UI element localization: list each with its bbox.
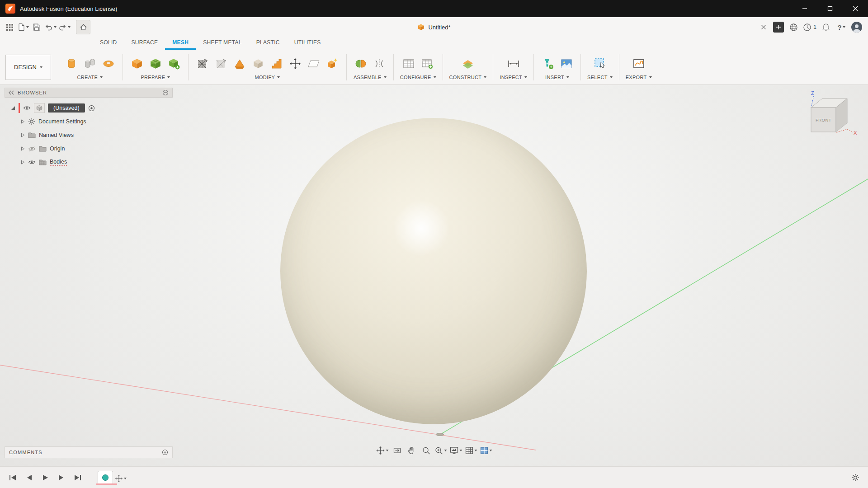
job-status-button[interactable] bbox=[788, 21, 799, 33]
maximize-button[interactable] bbox=[817, 0, 843, 17]
insert-fastener-button[interactable] bbox=[540, 55, 556, 72]
construct-menu[interactable]: CONSTRUCT bbox=[449, 75, 487, 80]
timeline-step-forward-button[interactable] bbox=[55, 471, 68, 484]
remesh-button[interactable] bbox=[195, 55, 210, 72]
export-menu[interactable]: EXPORT bbox=[626, 75, 652, 80]
timeline-go-to-end-button[interactable] bbox=[71, 471, 84, 484]
tab-plastic[interactable]: PLASTIC bbox=[249, 37, 287, 50]
generate-face-groups-button[interactable] bbox=[129, 55, 145, 72]
mirror-button[interactable] bbox=[372, 55, 387, 72]
tab-solid[interactable]: SOLID bbox=[93, 37, 124, 50]
export-button[interactable] bbox=[631, 55, 646, 72]
inspect-menu[interactable]: INSPECT bbox=[500, 75, 527, 80]
auto-repair-button[interactable] bbox=[325, 55, 340, 72]
redo-button[interactable] bbox=[58, 21, 71, 33]
timeline-position-marker[interactable] bbox=[96, 483, 117, 485]
collapse-all-icon[interactable] bbox=[162, 89, 169, 96]
timeline-move-handle[interactable] bbox=[115, 473, 127, 484]
new-tab-button[interactable] bbox=[773, 22, 784, 33]
expander-collapsed-icon[interactable] bbox=[21, 146, 25, 151]
expander-collapsed-icon[interactable] bbox=[21, 160, 25, 164]
combine-button[interactable] bbox=[232, 55, 247, 72]
prepare-menu[interactable]: PREPARE bbox=[141, 75, 170, 80]
viewports-button[interactable] bbox=[480, 445, 492, 456]
close-window-button[interactable] bbox=[843, 0, 868, 17]
insert-menu[interactable]: INSERT bbox=[545, 75, 569, 80]
timeline-track[interactable] bbox=[98, 471, 127, 484]
configure-menu[interactable]: CONFIGURE bbox=[400, 75, 436, 80]
convert-mesh-button[interactable] bbox=[148, 55, 163, 72]
timeline-go-to-start-button[interactable] bbox=[6, 471, 19, 484]
select-tool-button[interactable] bbox=[592, 55, 608, 72]
tab-utilities[interactable]: UTILITIES bbox=[287, 37, 328, 50]
look-at-button[interactable] bbox=[392, 445, 403, 456]
tab-sheet-metal[interactable]: SHEET METAL bbox=[196, 37, 249, 50]
new-component-button[interactable] bbox=[353, 55, 368, 72]
viewcube[interactable]: Z FRONT X bbox=[793, 88, 861, 144]
expander-collapsed-icon[interactable] bbox=[21, 133, 25, 137]
modify-menu[interactable]: MODIFY bbox=[255, 75, 280, 80]
visibility-eye-icon[interactable] bbox=[28, 160, 36, 165]
minimize-button[interactable] bbox=[792, 0, 817, 17]
timeline-step-back-button[interactable] bbox=[23, 471, 35, 484]
measure-button[interactable] bbox=[506, 55, 521, 72]
tab-mesh[interactable]: MESH bbox=[165, 37, 196, 50]
browser-item-unsaved[interactable]: (Unsaved) bbox=[5, 101, 173, 115]
app-grid-menu-button[interactable] bbox=[4, 21, 15, 33]
activate-component-icon[interactable] bbox=[88, 105, 95, 112]
create-menu[interactable]: CREATE bbox=[77, 75, 103, 80]
pan-button[interactable] bbox=[406, 445, 418, 456]
comments-panel[interactable]: COMMENTS bbox=[5, 446, 173, 458]
assemble-menu[interactable]: ASSEMBLE bbox=[354, 75, 387, 80]
undo-button[interactable] bbox=[44, 21, 57, 33]
browser-item-bodies[interactable]: Bodies bbox=[5, 155, 173, 169]
timeline-play-button[interactable] bbox=[39, 471, 52, 484]
close-tab-button[interactable] bbox=[758, 21, 769, 33]
visibility-off-eye-icon[interactable] bbox=[28, 146, 36, 152]
zoom-button[interactable] bbox=[420, 445, 432, 456]
save-button[interactable] bbox=[31, 21, 42, 33]
construction-plane-button[interactable] bbox=[460, 55, 476, 72]
viewport-canvas[interactable]: Z FRONT X BROWSER bbox=[0, 85, 868, 466]
add-configuration-button[interactable] bbox=[420, 55, 435, 72]
expander-collapsed-icon[interactable] bbox=[21, 119, 25, 124]
browser-item-document-settings[interactable]: Document Settings bbox=[5, 115, 173, 128]
smooth-button[interactable] bbox=[250, 55, 266, 72]
timeline-settings-button[interactable] bbox=[849, 471, 862, 484]
select-menu[interactable]: SELECT bbox=[587, 75, 613, 80]
file-menu-button[interactable] bbox=[17, 21, 29, 33]
move-copy-button[interactable] bbox=[288, 55, 303, 72]
insert-mesh-button[interactable] bbox=[64, 55, 79, 72]
tab-surface[interactable]: SURFACE bbox=[124, 37, 165, 50]
account-button[interactable] bbox=[851, 21, 863, 33]
browser-item-origin[interactable]: Origin bbox=[5, 142, 173, 155]
collapse-panel-icon[interactable] bbox=[9, 90, 14, 95]
reduce-button[interactable] bbox=[213, 55, 229, 72]
orbit-button[interactable] bbox=[376, 445, 389, 456]
help-button[interactable]: ? bbox=[835, 21, 847, 33]
configuration-table-button[interactable] bbox=[401, 55, 416, 72]
expander-expanded-icon[interactable] bbox=[11, 106, 15, 110]
add-comment-icon[interactable] bbox=[162, 449, 168, 455]
mesh-body-sphere[interactable] bbox=[280, 118, 587, 424]
activity-history-button[interactable]: 1 bbox=[803, 21, 816, 33]
browser-item-named-views[interactable]: Named Views bbox=[5, 128, 173, 142]
document-tab[interactable]: Untitled* bbox=[413, 20, 455, 34]
browser-header[interactable]: BROWSER bbox=[5, 88, 173, 98]
erase-fill-button[interactable] bbox=[269, 55, 284, 72]
timeline-feature-mesh-body[interactable] bbox=[98, 471, 113, 484]
insert-canvas-button[interactable] bbox=[559, 55, 574, 72]
skip-start-icon bbox=[9, 474, 17, 481]
home-view-button[interactable] bbox=[76, 20, 90, 34]
create-primitive-button[interactable] bbox=[82, 55, 98, 72]
display-settings-button[interactable] bbox=[450, 445, 462, 456]
workspace-switcher[interactable]: DESIGN bbox=[5, 55, 51, 80]
window-title: Autodesk Fusion (Education License) bbox=[20, 5, 117, 12]
notifications-button[interactable] bbox=[820, 21, 832, 33]
create-torus-button[interactable] bbox=[101, 55, 116, 72]
grid-settings-button[interactable] bbox=[465, 445, 477, 456]
zoom-window-button[interactable] bbox=[435, 445, 447, 456]
plane-cut-button[interactable] bbox=[306, 55, 321, 72]
visibility-eye-icon[interactable] bbox=[23, 105, 31, 111]
repair-mesh-button[interactable] bbox=[166, 55, 182, 72]
